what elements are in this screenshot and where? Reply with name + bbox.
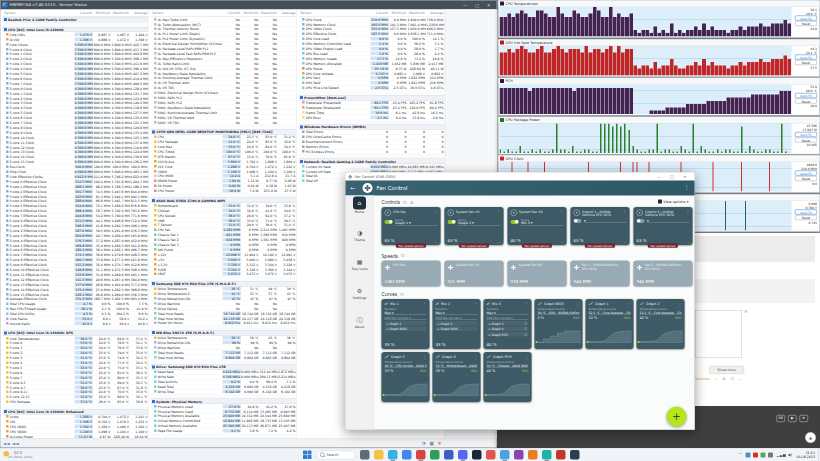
sidebar-item-theme[interactable]: ◑Theme (346, 226, 374, 255)
enable-toggle[interactable] (448, 220, 456, 224)
sensor-section-row[interactable]: PresentMon [dwm.exe] (299, 95, 445, 100)
kebab-menu-icon[interactable]: ⋮ (576, 302, 580, 307)
sidebar-item-tray-icons[interactable]: ▦Tray icons (346, 255, 374, 284)
taskbar-icon-discord[interactable] (458, 450, 468, 460)
curve-card[interactable]: Graph BIOS⋮Temperature source30 °C - GPU… (535, 299, 583, 349)
kebab-menu-icon[interactable]: ⋮ (474, 355, 478, 360)
show-more-button[interactable]: Show more (709, 366, 744, 374)
edit-button[interactable]: Edit (522, 369, 528, 373)
taskbar-icon-app-sky[interactable] (500, 450, 510, 460)
clock-icon[interactable]: ◔ (422, 441, 426, 446)
fancontrol-window-buttons[interactable]: — ▢ × (657, 173, 691, 181)
curve-point[interactable] (434, 394, 436, 396)
curve-select[interactable]: ▾ (647, 219, 690, 224)
kebab-menu-icon[interactable]: ⋮ (497, 263, 501, 273)
sidebar-item-about[interactable]: ⓘAbout (346, 313, 374, 342)
checkbox-icon[interactable]: ☐ (524, 322, 527, 326)
sensor-section-row[interactable]: Realtek PCIe 2.5GbE Family Controller (3, 17, 149, 22)
sensor-section-row[interactable]: Network: Realtek Gaming 2.5GbE Family Co… (299, 159, 445, 164)
sensor-section-row[interactable]: Windows Hardware Errors (WHEA) (299, 124, 445, 129)
enable-toggle[interactable] (511, 220, 519, 224)
add-fan-curves-select[interactable]: Add fan curves ▾ (385, 316, 427, 320)
network-volume-icons[interactable]: ▁▃▅ ◀) (777, 453, 793, 457)
curve-chip[interactable]: + Graph BIOS (436, 327, 478, 332)
control-card[interactable]: System Fan #2⋮CurveMix 3 ▾40 %⌄Fan speed… (508, 207, 567, 245)
taskbar-icon-app-teal[interactable] (542, 450, 552, 460)
sensor-section-row[interactable]: CPU [#0]: Intel Core i9-13900K: DTS (3, 331, 149, 336)
kebab-menu-icon[interactable]: ⋮ (423, 355, 427, 360)
sensor-section-row[interactable]: 13TH GEN INTEL CORE DESKTOP MONITORING (… (151, 129, 297, 134)
kebab-menu-icon[interactable]: ⋮ (560, 263, 564, 273)
temperature-source-select[interactable]: 34 °C - Chipset - ASUS ROG STRIX Z… ▾ (487, 364, 529, 368)
temperature-source-select[interactable]: 52.1 °C - Core Average - 13th Gen In… ▾ (589, 311, 631, 315)
tray-blue-icon[interactable] (746, 452, 751, 457)
add-fan-curves-select[interactable]: Add fan curves ▾ (436, 316, 478, 320)
hwinfo-titlebar[interactable]: HWiNFO64 v7.46-5110 - Sensor Status — □ … (1, 1, 497, 10)
curve-card[interactable]: Graph 2⋮Temperature source52.1 °C - Core… (637, 299, 685, 349)
curve-select[interactable]: ▾ (584, 219, 627, 224)
control-card[interactable]: Control 1 - NVIDIA GeForce RTX 3070⋮ ▾63… (571, 207, 630, 245)
taskbar-weather-widget[interactable]: ☁ 21°C Partly sunny (3, 450, 33, 459)
edit-button[interactable]: Edit (420, 369, 426, 373)
speed-card[interactable]: CPU Fan⋮1382 RPM (382, 261, 441, 287)
auto-fit-button[interactable]: Auto Fit (795, 93, 817, 98)
control-card[interactable]: System Fan #1⋮CurveGraph 2 ▾63 %⌄Fan spe… (445, 207, 504, 245)
function-select[interactable]: Max ▾ (385, 311, 427, 315)
curve-point[interactable] (536, 341, 538, 343)
taskbar-icon-app-coral[interactable] (486, 450, 496, 460)
expand-caret-icon[interactable]: ⌄ (561, 240, 564, 244)
taskbar-icon-explorer[interactable] (374, 450, 384, 460)
curve-point[interactable] (383, 394, 385, 396)
expand-caret-icon[interactable]: ⌄ (498, 240, 501, 244)
taskbar-icon-chrome[interactable] (402, 450, 412, 460)
enable-toggle[interactable] (637, 219, 645, 223)
curve-point[interactable] (485, 394, 487, 396)
taskbar-icon-edge[interactable] (388, 450, 398, 460)
sidebar-item-home[interactable]: ⌂Home (346, 197, 374, 226)
kebab-menu-icon[interactable]: ⋮ (434, 263, 438, 273)
expand-caret-icon[interactable]: ⌄ (624, 240, 627, 244)
taskbar-icon-app-darkred[interactable] (556, 450, 566, 460)
curve-point[interactable] (587, 341, 589, 343)
kebab-menu-icon[interactable]: ⋮ (525, 302, 529, 307)
curve-card[interactable]: Graph 4⋮Temperature source33 °C - Mother… (433, 352, 481, 402)
fancontrol-titlebar[interactable]: Fan Control V195 (DEV) — ▢ × (346, 173, 695, 181)
sensor-section-row[interactable]: Drive: Samsung SSD 970 EVO Plus 1TB (151, 364, 297, 369)
function-select[interactable]: Max ▾ (436, 311, 478, 315)
kebab-menu-icon[interactable]: ⋮ (497, 210, 501, 217)
info-icon[interactable]: ⓘ (400, 292, 404, 298)
checkbox-icon[interactable]: ☐ (524, 327, 527, 331)
kebab-menu-icon[interactable]: ⋮ (474, 302, 478, 307)
page-action-icons[interactable]: ☆ ✉ ❐ … (714, 377, 744, 381)
expand-caret-icon[interactable]: ⌄ (687, 240, 690, 244)
kebab-menu-icon[interactable]: ⋮ (434, 210, 438, 217)
edit-button[interactable]: Edit (624, 316, 630, 320)
close-icon[interactable]: × (438, 441, 442, 446)
curve-select[interactable]: Graph 1 ▾ (395, 221, 438, 226)
taskbar-icon-app-purple[interactable] (514, 450, 524, 460)
info-icon[interactable]: ⓘ (401, 253, 405, 259)
hwinfo-window-buttons[interactable]: — □ × (463, 1, 493, 10)
curve-point[interactable] (638, 341, 640, 343)
taskbar-icon-steam[interactable] (472, 450, 482, 460)
sensor-section-row[interactable]: CPU [#0]: Intel Core i9-13900K: Enhanced (3, 409, 149, 414)
edit-button[interactable]: Edit (675, 316, 681, 320)
tray-green-icon[interactable] (761, 452, 766, 457)
curve-chip[interactable]: + Graph BIOS (385, 327, 427, 332)
curve-chip[interactable]: + Graph 2 (436, 321, 478, 326)
sensor-section-row[interactable]: ASUS ROG STRIX Z790-A GAMING WIFI (151, 198, 297, 203)
kebab-menu-icon[interactable]: ⋮ (560, 210, 564, 217)
add-curve-fab[interactable]: + (667, 407, 687, 427)
curve-select[interactable]: Graph 2 ▾ (458, 221, 501, 226)
kebab-menu-icon[interactable]: ⋮ (684, 184, 690, 191)
add-fan-curves-select[interactable]: Add fan curves ▾ (487, 316, 529, 320)
function-select[interactable]: Max ▾ (487, 311, 529, 315)
mix-card[interactable]: ⇄Mix 2⋮FunctionMax ▾Add fan curves ▾+ Gr… (433, 299, 481, 349)
control-card[interactable]: Control 2 - NVIDIA GeForce RTX 3070⋮ ▾63… (634, 207, 693, 245)
taskbar-icon-task-view[interactable] (360, 450, 370, 460)
checkbox-icon[interactable]: ☐ (524, 333, 527, 337)
tray-gray-icon[interactable] (768, 452, 773, 457)
auto-fit-button[interactable]: Auto Fit (795, 54, 817, 59)
enable-toggle[interactable] (385, 220, 393, 224)
temperature-source-select[interactable]: 33 °C - Motherboard - ASUS ROG ST… ▾ (436, 364, 478, 368)
